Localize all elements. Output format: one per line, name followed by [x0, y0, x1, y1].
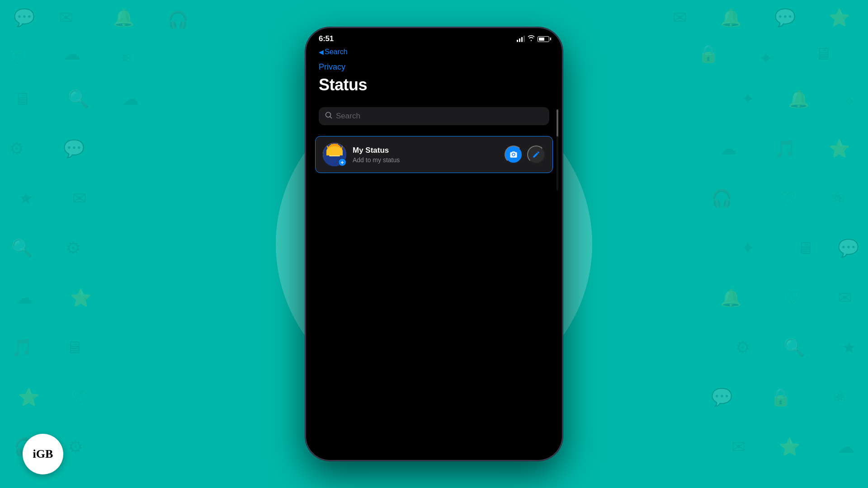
search-input[interactable]: Search	[336, 112, 543, 121]
status-subtitle: Add to my status	[353, 156, 498, 164]
svg-point-9	[331, 153, 334, 155]
svg-rect-13	[328, 150, 341, 153]
status-bar-time: 6:51	[319, 34, 334, 43]
signal-bars-icon	[517, 36, 525, 42]
status-action-buttons	[505, 145, 545, 164]
battery-icon	[538, 36, 549, 42]
svg-point-12	[337, 153, 338, 154]
igb-logo: iGB	[23, 434, 63, 474]
pencil-button[interactable]	[527, 145, 545, 164]
status-name: My Status	[353, 146, 498, 155]
phone-device: 6:51	[305, 27, 563, 461]
svg-rect-14	[333, 150, 336, 153]
svg-line-1	[330, 117, 331, 118]
back-arrow-icon: ◀	[319, 48, 324, 56]
svg-point-10	[336, 153, 338, 155]
phone-screen: 6:51	[306, 28, 562, 460]
search-icon	[325, 112, 332, 121]
svg-text:卍: 卍	[334, 151, 335, 154]
status-text-container: My Status Add to my status	[353, 146, 498, 164]
search-bar[interactable]: Search	[319, 107, 549, 125]
status-bar-icons	[517, 35, 549, 42]
main-content[interactable]: ◀ Search Privacy Status	[306, 46, 562, 460]
phone-body: 6:51	[305, 27, 563, 461]
avatar-wrap: 卍 +	[323, 143, 346, 166]
pencil-icon	[532, 150, 540, 159]
scroll-indicator	[557, 109, 558, 191]
back-label[interactable]: Search	[325, 48, 348, 56]
add-status-badge[interactable]: +	[338, 158, 346, 166]
background: 💬 ✉ 🔔 🎧 ✉ 🔔 💬 ⭐ ♡ ☁ ⚛ 🔒 ✦ 🖥 🖥 🔍 ☁ ✦ 🔔 ⬦ …	[0, 0, 868, 488]
privacy-link[interactable]: Privacy	[306, 60, 562, 72]
svg-point-3	[328, 144, 341, 155]
dynamic-island	[407, 33, 461, 49]
camera-button[interactable]	[505, 145, 523, 164]
page-title: Status	[306, 72, 562, 102]
camera-icon	[509, 150, 518, 159]
wifi-icon	[528, 35, 535, 42]
svg-point-8	[329, 149, 340, 160]
svg-point-11	[332, 153, 333, 154]
my-status-item[interactable]: 卍 + My Status Add to my status	[315, 136, 553, 173]
